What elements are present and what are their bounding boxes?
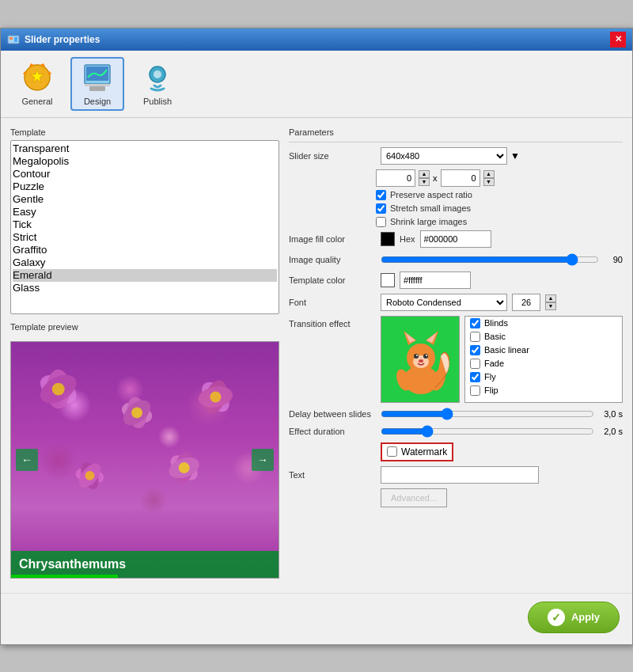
effect-basic-checkbox[interactable] bbox=[470, 332, 480, 342]
advanced-row: Advanced... bbox=[289, 488, 623, 507]
width-spinner: ▲ ▼ bbox=[419, 170, 430, 186]
template-option-strict[interactable]: Strict bbox=[13, 231, 277, 244]
fill-color-label: Image fill color bbox=[289, 234, 376, 244]
next-slide-button[interactable]: → bbox=[252, 449, 274, 471]
watermark-label: Watermark bbox=[401, 446, 447, 457]
dropdown-arrow-icon: ▼ bbox=[510, 150, 520, 161]
preserve-aspect-checkbox[interactable] bbox=[376, 190, 386, 200]
height-up-button[interactable]: ▲ bbox=[483, 170, 495, 178]
font-size-up-button[interactable]: ▲ bbox=[545, 294, 556, 302]
stretch-small-checkbox[interactable] bbox=[376, 203, 386, 214]
template-option-glass[interactable]: Glass bbox=[13, 282, 277, 294]
template-option-graffito[interactable]: Graffito bbox=[13, 244, 277, 256]
fill-color-swatch[interactable] bbox=[381, 232, 395, 246]
quality-row: Image quality 90 bbox=[289, 252, 623, 267]
slider-size-row: Slider size 640x480 800x600 1024x768 Cus… bbox=[289, 147, 623, 165]
template-option-megalopolis[interactable]: Megalopolis bbox=[13, 155, 277, 168]
text-input[interactable] bbox=[381, 466, 539, 484]
effect-fade-checkbox[interactable] bbox=[470, 359, 480, 369]
font-select[interactable]: Roboto Condensed Arial Tahoma Verdana bbox=[381, 294, 507, 311]
prev-slide-button[interactable]: ← bbox=[16, 449, 38, 471]
font-label: Font bbox=[289, 298, 376, 307]
template-color-swatch[interactable] bbox=[381, 273, 395, 287]
font-size-down-button[interactable]: ▼ bbox=[545, 302, 556, 310]
stretch-small-label: Stretch small images bbox=[390, 203, 471, 213]
transition-preview bbox=[381, 316, 460, 403]
tab-publish[interactable]: Publish bbox=[131, 57, 184, 111]
effect-basic-linear[interactable]: Basic linear bbox=[465, 344, 622, 357]
size-x-label: x bbox=[433, 173, 438, 183]
close-button[interactable]: ✕ bbox=[610, 32, 626, 47]
template-list[interactable]: Transparent Megalopolis Contour Puzzle G… bbox=[10, 140, 279, 314]
fill-hex-input[interactable] bbox=[420, 230, 491, 248]
effect-fade-label: Fade bbox=[484, 359, 504, 368]
delay-value: 3,0 s bbox=[599, 409, 623, 419]
quality-value: 90 bbox=[604, 255, 623, 264]
delay-slider[interactable] bbox=[381, 408, 594, 420]
svg-rect-2 bbox=[14, 37, 17, 42]
effect-flip[interactable]: Flip bbox=[465, 384, 622, 397]
template-option-puzzle[interactable]: Puzzle bbox=[13, 180, 277, 193]
effect-blinds[interactable]: Blinds bbox=[465, 317, 622, 330]
slider-size-select[interactable]: 640x480 800x600 1024x768 Custom bbox=[381, 147, 507, 165]
effect-flip-checkbox[interactable] bbox=[470, 385, 480, 396]
toolbar: General Design Publish bbox=[1, 51, 632, 118]
template-option-gentle[interactable]: Gentle bbox=[13, 193, 277, 206]
width-up-button[interactable]: ▲ bbox=[419, 170, 430, 178]
effect-blinds-label: Blinds bbox=[484, 318, 508, 328]
effect-fly-checkbox[interactable] bbox=[470, 372, 480, 382]
svg-point-17 bbox=[131, 407, 142, 418]
svg-point-39 bbox=[423, 354, 428, 359]
template-option-emerald[interactable]: Emerald bbox=[13, 269, 277, 282]
font-size-input[interactable] bbox=[512, 294, 540, 311]
apply-label: Apply bbox=[571, 611, 600, 623]
font-controls: Roboto Condensed Arial Tahoma Verdana ▲ … bbox=[381, 294, 556, 311]
apply-check-icon: ✓ bbox=[548, 609, 565, 626]
shrink-large-checkbox[interactable] bbox=[376, 217, 386, 227]
svg-rect-1 bbox=[9, 37, 13, 40]
effect-basic-linear-label: Basic linear bbox=[484, 345, 529, 355]
width-down-button[interactable]: ▼ bbox=[419, 178, 430, 186]
main-window: Slider properties ✕ General bbox=[0, 28, 633, 645]
svg-point-42 bbox=[419, 359, 423, 363]
left-panel: Template Transparent Megalopolis Contour… bbox=[10, 127, 279, 579]
template-option-contour[interactable]: Contour bbox=[13, 168, 277, 180]
watermark-checkbox-container: Watermark bbox=[381, 442, 453, 461]
svg-point-9 bbox=[154, 70, 161, 78]
duration-row: Effect duration 2,0 s bbox=[289, 425, 623, 438]
content-area: Template Transparent Megalopolis Contour… bbox=[1, 118, 632, 588]
svg-point-38 bbox=[414, 354, 419, 359]
watermark-checkbox[interactable] bbox=[387, 446, 397, 457]
effect-basic[interactable]: Basic bbox=[465, 330, 622, 344]
svg-rect-7 bbox=[89, 86, 105, 91]
slide-caption: Chrysanthemums bbox=[11, 551, 279, 578]
quality-slider[interactable] bbox=[381, 252, 599, 267]
template-option-transparent[interactable]: Transparent bbox=[13, 142, 277, 155]
height-down-button[interactable]: ▼ bbox=[483, 178, 495, 186]
tab-general[interactable]: General bbox=[10, 57, 64, 111]
effect-blinds-checkbox[interactable] bbox=[470, 318, 480, 328]
delay-row: Delay between slides 3,0 s bbox=[289, 408, 623, 420]
tab-design-label: Design bbox=[84, 97, 111, 106]
template-option-tick[interactable]: Tick bbox=[13, 218, 277, 231]
template-option-galaxy[interactable]: Galaxy bbox=[13, 256, 277, 269]
advanced-button[interactable]: Advanced... bbox=[381, 488, 447, 507]
template-option-easy[interactable]: Easy bbox=[13, 206, 277, 218]
duration-slider[interactable] bbox=[381, 425, 594, 438]
effect-basic-linear-checkbox[interactable] bbox=[470, 345, 480, 355]
effect-fly[interactable]: Fly bbox=[465, 370, 622, 384]
delay-label: Delay between slides bbox=[289, 409, 376, 419]
svg-point-29 bbox=[179, 461, 190, 473]
tab-design[interactable]: Design bbox=[70, 57, 124, 111]
height-input[interactable] bbox=[441, 169, 480, 187]
effect-list[interactable]: Blinds Basic Basic linear Fade bbox=[464, 316, 623, 403]
width-input[interactable] bbox=[376, 169, 415, 187]
fox-animation bbox=[381, 317, 460, 403]
effect-fade[interactable]: Fade bbox=[465, 357, 622, 370]
template-color-input[interactable] bbox=[400, 271, 471, 289]
watermark-row: Watermark bbox=[289, 442, 623, 461]
text-row: Text bbox=[289, 466, 623, 484]
publish-icon bbox=[142, 62, 173, 93]
tab-general-label: General bbox=[21, 97, 52, 106]
apply-button[interactable]: ✓ Apply bbox=[528, 602, 620, 633]
